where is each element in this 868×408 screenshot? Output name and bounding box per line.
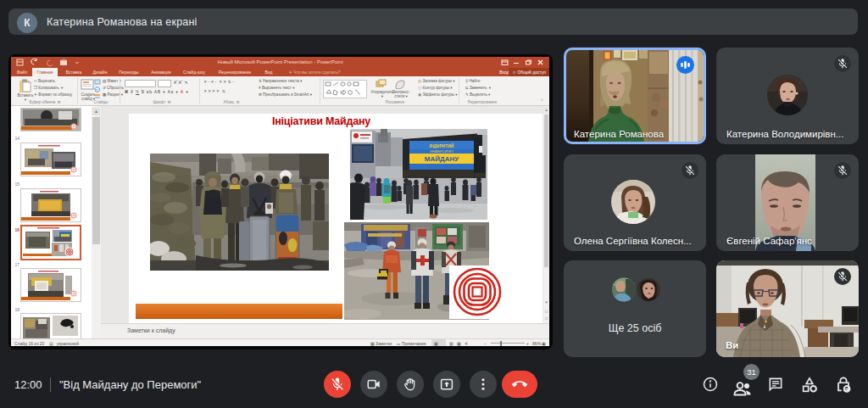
svg-text:ВІДКРИТИЙ: ВІДКРИТИЙ	[430, 143, 454, 148]
svg-text:УНІВЕРСИТЕТ: УНІВЕРСИТЕТ	[430, 149, 453, 154]
svg-text:МАЙДАНУ: МАЙДАНУ	[425, 155, 459, 163]
